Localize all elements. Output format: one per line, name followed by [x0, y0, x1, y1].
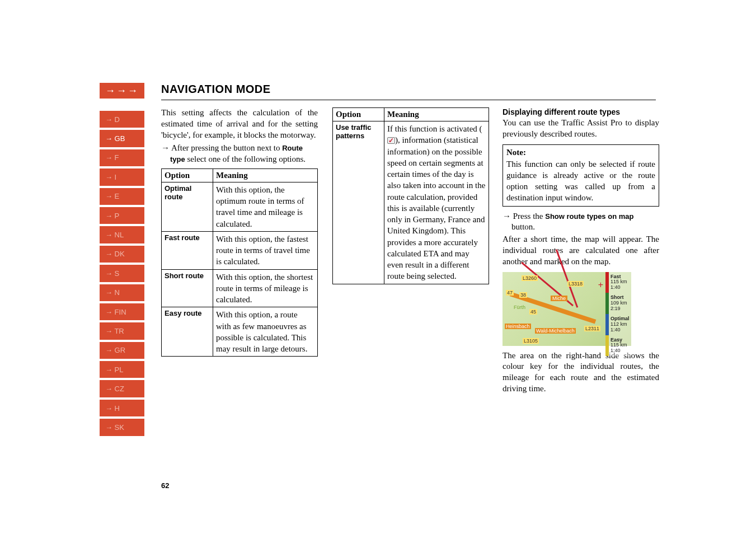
meaning-pre: If this function is activated (: [387, 124, 482, 133]
page-title: NAVIGATION MODE: [161, 83, 271, 96]
meaning-cell: With this option, the shortest route in …: [213, 269, 318, 307]
sidebar-item-pl: → PL: [100, 361, 144, 378]
sidebar-item-tr: → TR: [100, 322, 144, 339]
opt-traffic-patterns: Use traffic patterns: [333, 121, 384, 284]
column-1: This setting affects the calculation of …: [161, 107, 318, 357]
meaning-cell: With this option, the fastest route in t…: [213, 231, 318, 269]
sidebar-item-dk: → DK: [100, 246, 144, 263]
note-body: This function can only be selected if ro…: [506, 160, 655, 202]
column-3: Displaying different route types You can…: [503, 107, 659, 395]
map-preview: L3260 L3318 + 47 38 Miche Fürth 45 Heins…: [503, 272, 631, 346]
meaning-traffic-patterns: If this function is activated (), inform…: [384, 121, 489, 284]
column-2: OptionMeaning Use traffic patterns If th…: [332, 107, 489, 284]
opt-cell: Short route: [162, 269, 213, 307]
th-option: Option: [162, 168, 213, 182]
meaning-post: ), information (statistical information)…: [387, 135, 485, 280]
sidebar-item-gb: → GB: [100, 130, 144, 147]
sidebar-item-d: → D: [100, 111, 144, 128]
legend-short: Short109 km2:19: [605, 293, 631, 314]
legend-easy: Easy115 km1:40: [605, 335, 631, 357]
col1-para: This setting affects the calculation of …: [161, 107, 318, 140]
header-arrows-badge: →→→: [100, 83, 144, 99]
map-label-45: 45: [529, 309, 537, 315]
sidebar-item-f: → F: [100, 149, 144, 166]
opt-cell: Fast route: [162, 231, 213, 269]
page-number: 62: [161, 481, 169, 490]
opt-cell: Easy route: [162, 307, 213, 357]
sidebar-item-p: → P: [100, 207, 144, 224]
map-label-l2311: L2311: [584, 326, 600, 331]
sidebar-item-nl: → NL: [100, 226, 144, 243]
sidebar-item-s: → S: [100, 265, 144, 282]
map-label-38: 38: [519, 292, 527, 298]
col3-para2: After a short time, the map will appear.…: [503, 234, 659, 267]
th-meaning: Meaning: [213, 168, 318, 182]
map-legend: Fast115 km1:40Short109 km2:19Optimal112 …: [605, 272, 631, 346]
meaning-cell: With this option, the optimum route in t…: [213, 182, 318, 231]
instr-post: select one of the following options.: [185, 154, 306, 163]
map-label-heinsbach: Heinsbach: [505, 324, 531, 329]
col3-instruction: → Press the Show route types on map butt…: [503, 211, 659, 233]
sidebar-item-e: → E: [100, 188, 144, 205]
heading-underline: [161, 100, 656, 100]
note-box: Note: This function can only be selected…: [503, 144, 659, 207]
section-heading-route-types: Displaying different route types: [503, 107, 659, 116]
sidebar-item-i: → I: [100, 168, 144, 185]
sidebar-item-cz: → CZ: [100, 380, 144, 397]
opt-cell: Optimal route: [162, 182, 213, 231]
map-label-miche: Miche: [551, 296, 567, 301]
th-option: Option: [333, 108, 384, 121]
map-label-47: 47: [506, 290, 514, 296]
col3-para1: You can use the Traffic Assist Pro to di…: [503, 118, 659, 140]
th-meaning: Meaning: [384, 108, 489, 121]
language-sidebar: → D→ GB→ F→ I→ E→ P→ NL→ DK→ S→ N→ FIN→ …: [100, 111, 144, 438]
col1-instruction: → After pressing the button next to Rout…: [161, 143, 318, 165]
show-route-types-label: Show route types on map: [545, 212, 633, 221]
sidebar-item-gr: → GR: [100, 342, 144, 359]
instr-pre: → Press the: [503, 212, 545, 221]
col2-options-table: OptionMeaning Use traffic patterns If th…: [332, 107, 489, 284]
checkbox-icon: [387, 137, 395, 144]
sidebar-item-h: → H: [100, 400, 144, 416]
map-zoom-plus: +: [598, 280, 603, 290]
meaning-cell: With this option, a route with as few ma…: [213, 307, 318, 357]
map-label-l3105: L3105: [523, 338, 539, 344]
legend-optimal: Optimal112 km1:40: [605, 314, 631, 335]
sidebar-item-n: → N: [100, 284, 144, 301]
sidebar-item-fin: → FIN: [100, 303, 144, 320]
note-title: Note:: [506, 147, 655, 158]
map-label-l3260: L3260: [522, 275, 538, 281]
map-label-l3318: L3318: [567, 281, 584, 287]
col1-options-table: OptionMeaning Optimal routeWith this opt…: [161, 168, 318, 357]
map-label-waldmichelbach: Wald-Michelbach: [535, 328, 576, 334]
sidebar-item-sk: → SK: [100, 419, 144, 435]
legend-fast: Fast115 km1:40: [605, 272, 631, 293]
col3-para3: The area on the right-hand side shows th…: [503, 350, 659, 395]
instr-post: button.: [511, 222, 535, 231]
map-label-furth: Fürth: [514, 305, 525, 310]
instr-pre: → After pressing the button next to: [161, 143, 282, 152]
